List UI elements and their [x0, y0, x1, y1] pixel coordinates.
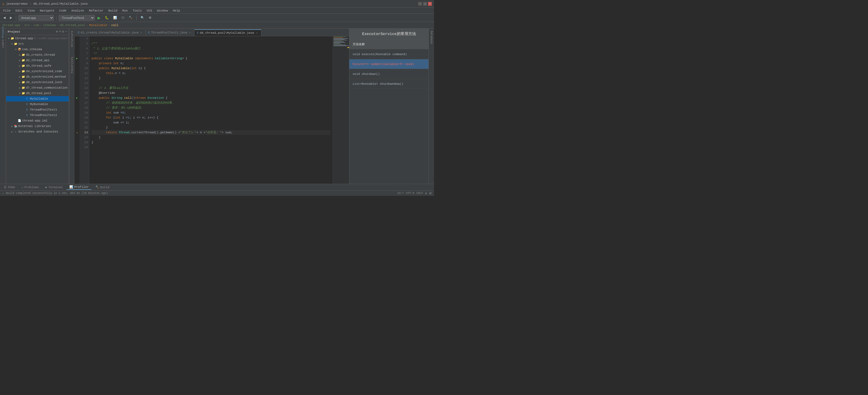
breadcrumb-com[interactable]: com: [34, 24, 39, 27]
tab-todo[interactable]: ☰ TODO: [1, 185, 18, 190]
menu-code[interactable]: Code: [57, 8, 68, 13]
sidebar-item-myrunnable[interactable]: C MyRunnable: [6, 102, 69, 107]
sidebar-item-threadpooltest1[interactable]: C ThreadPoolTest1: [6, 107, 69, 112]
run-class-icon[interactable]: ▶: [76, 57, 78, 60]
minimap-line-12: [334, 46, 349, 46]
sidebar-item-d7[interactable]: ▶ 📁 d7_thread_communication: [6, 85, 69, 90]
d8-label: d8_thread_pool: [26, 92, 51, 95]
menu-vcs[interactable]: VCS: [145, 8, 154, 13]
gutter-7: [74, 51, 80, 56]
popup-method-3[interactable]: void shutdown(): [349, 69, 429, 79]
window-controls[interactable]: ─ □ ✕: [418, 2, 432, 6]
breadcrumb-src[interactable]: src: [24, 24, 30, 27]
sidebar-item-mycallable[interactable]: C MyCallable: [6, 96, 69, 102]
sidebar-item-iml[interactable]: 📄 thread-app.iml: [6, 118, 69, 123]
breadcrumb-class[interactable]: MyCallable: [89, 24, 107, 27]
menu-file[interactable]: File: [1, 8, 12, 13]
sidebar-item-scratches[interactable]: ▶ ✏ Scratches and Consoles: [6, 129, 69, 134]
sidebar-item-d8[interactable]: ▼ 📁 d8_thread_pool: [6, 90, 69, 96]
debug-button[interactable]: 🐛: [103, 16, 111, 20]
code-line-23: return Thread .currentThread().getName()…: [92, 130, 331, 135]
minimize-button[interactable]: ─: [418, 2, 422, 6]
sidebar-item-threadpooltest2[interactable]: C ThreadPoolTest2: [6, 112, 69, 118]
maximize-button[interactable]: □: [423, 2, 427, 6]
favorites-tab[interactable]: Favorites: [69, 55, 75, 75]
sidebar-item-d3[interactable]: ▶ 📁 d3_thread_safe: [6, 63, 69, 68]
tab-close-1[interactable]: ✕: [140, 31, 143, 34]
breadcrumb-package[interactable]: d8_thread_pool: [60, 24, 85, 27]
breadcrumb-project[interactable]: thread-app: [2, 24, 20, 27]
menu-run[interactable]: Run: [120, 8, 130, 13]
sidebar-item-d4[interactable]: ▶ 📁 d4_synchronized_code: [6, 68, 69, 74]
tab-threadpooltest2[interactable]: C ThreadPoolTest2.java ✕: [146, 29, 195, 36]
sidebar-icon-4[interactable]: —: [65, 30, 67, 34]
forward-button[interactable]: ▶: [8, 16, 14, 20]
menu-help[interactable]: Help: [171, 8, 182, 13]
popup-header-label: 方法名称: [352, 42, 365, 46]
tab-label-3: d8_thread_pool\MyCallable.java: [200, 31, 254, 34]
tab-close-2[interactable]: ✕: [188, 31, 191, 34]
run-button[interactable]: ▶: [96, 15, 102, 21]
sidebar-item-d1[interactable]: ▶ 📁 d1_create_thread: [6, 52, 69, 58]
tab-close-3[interactable]: ✕: [255, 31, 258, 34]
tab-terminal[interactable]: ▶ Terminal: [43, 185, 65, 190]
minimap: [333, 36, 349, 184]
structure-tab[interactable]: Structure: [69, 29, 75, 49]
popup-method-1[interactable]: void execute(Runnable command): [349, 49, 429, 59]
coverage-button[interactable]: 🛡: [120, 16, 126, 20]
menu-refactor[interactable]: Refactor: [87, 8, 106, 13]
project-dropdown[interactable]: thread-app: [18, 15, 54, 21]
menu-build[interactable]: Build: [106, 8, 120, 13]
popup-method-4[interactable]: List<Runnable> shutdownNow(): [349, 79, 429, 89]
database-tab[interactable]: Database: [429, 30, 433, 45]
expand-d8-icon: ▼: [18, 92, 21, 95]
menu-edit[interactable]: Edit: [13, 8, 25, 13]
sidebar-icon-3[interactable]: ⚙: [62, 30, 64, 34]
menu-analyze[interactable]: Analyze: [69, 8, 86, 13]
sidebar-item-package[interactable]: ▼ 📦 com.itheima: [6, 47, 69, 52]
close-button[interactable]: ✕: [428, 2, 432, 6]
encoding[interactable]: UTF-8: [406, 192, 414, 195]
menu-tools[interactable]: Tools: [130, 8, 144, 13]
menu-view[interactable]: View: [26, 8, 37, 13]
gutter-22: [74, 125, 80, 130]
tab-build[interactable]: 🔨 Build: [93, 185, 112, 190]
expand-d2-icon: ▶: [18, 59, 21, 62]
cursor-position[interactable]: 23:7: [397, 192, 404, 195]
sidebar-icon-1[interactable]: ⊕: [56, 30, 58, 34]
gutter-23[interactable]: ⚠: [74, 130, 80, 135]
sidebar-item-d6[interactable]: ▶ 📁 d6_synchronized_lock: [6, 80, 69, 85]
sidebar-item-extlib[interactable]: ▶ 📚 External Libraries: [6, 123, 69, 129]
sidebar-icon-2[interactable]: ≡: [59, 30, 61, 34]
sidebar-actions[interactable]: ⊕ ≡ ⚙ —: [56, 30, 67, 34]
sidebar-item-d5[interactable]: ▶ 📁 d5_synchronized_method: [6, 74, 69, 80]
search-button[interactable]: 🔍: [139, 16, 146, 20]
project-tab[interactable]: Project: [1, 30, 5, 34]
back-button[interactable]: ◀: [2, 16, 7, 20]
ln-18: 18: [80, 105, 88, 110]
tab-d1-mycallable[interactable]: C d1_create_thread\MyCallable.java ✕: [75, 29, 146, 36]
line-separator[interactable]: CRLF: [416, 192, 423, 195]
menu-window[interactable]: Window: [155, 8, 170, 13]
run-config-dropdown[interactable]: ThreadPoolTest1: [59, 15, 95, 21]
tab-d8-mycallable[interactable]: C d8_thread_pool\MyCallable.java ✕: [194, 29, 261, 36]
breadcrumb-itheima[interactable]: itheima: [43, 24, 56, 27]
tab-profiler[interactable]: 📊 Profiler: [67, 185, 92, 190]
profile-button[interactable]: 📊: [112, 16, 119, 20]
gutter-16[interactable]: ▶: [74, 95, 80, 101]
sidebar-item-root[interactable]: ▼ 📁 thread-app D:\code\javasepromax\thre…: [6, 36, 69, 41]
run-method-icon[interactable]: ▶: [76, 96, 78, 100]
menu-navigate[interactable]: Navigate: [37, 8, 57, 13]
settings-button[interactable]: ⚙: [147, 16, 153, 20]
learn-tab[interactable]: Learn: [1, 41, 5, 46]
scratches-expand: ▶: [10, 130, 14, 133]
gutter-8[interactable]: ▶: [74, 56, 80, 61]
root-path: D:\code\javasepromax\thread-...: [34, 37, 69, 40]
code-area[interactable]: /** * 1、让这个类实现Callable接口 */ public class…: [89, 36, 333, 184]
tab-problems[interactable]: ⚠ Problems: [19, 185, 41, 190]
build-button[interactable]: 🔨: [127, 16, 134, 20]
popup-method-2[interactable]: Future<T> submit(Callable<T> task): [349, 59, 429, 69]
breadcrumb-method[interactable]: call: [111, 24, 118, 27]
sidebar-item-d2[interactable]: ▶ 📁 d2_thread_api: [6, 58, 69, 63]
sidebar-item-src[interactable]: ▼ 📁 src: [6, 41, 69, 47]
